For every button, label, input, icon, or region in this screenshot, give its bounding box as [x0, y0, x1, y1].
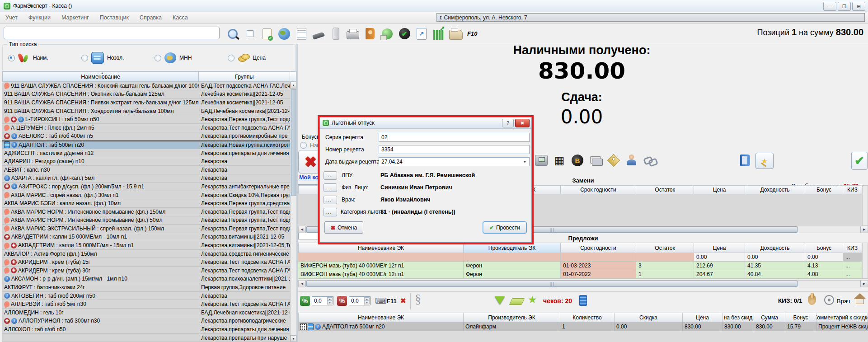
table-row[interactable]: АКВА МАРИС НОРМ : Интенсивное промывание… — [2, 208, 291, 216]
checkbox-icon[interactable] — [243, 27, 257, 41]
internet-globe-icon[interactable] — [277, 27, 291, 41]
clipboard-check-icon[interactable] — [260, 27, 274, 41]
table-row[interactable]: АЛЛЕРВЭЙ : таб п/об 5мг n30Лекарства,Тес… — [2, 300, 291, 309]
payment-terminal-icon[interactable] — [535, 154, 548, 167]
table-row[interactable]: АЕВИТ : капс. n30Лекарства — [2, 166, 291, 174]
column-header[interactable]: КИЗ — [843, 185, 862, 194]
menu-item-учет[interactable]: Учет — [0, 12, 23, 23]
spin-down-icon[interactable]: ▼ — [327, 301, 333, 305]
column-header[interactable]: Цена — [694, 243, 745, 253]
qr-code-icon[interactable]: ▦ — [553, 154, 566, 167]
recipe-serial-input[interactable]: 02 — [379, 133, 530, 142]
column-header[interactable]: Доходность — [745, 243, 805, 253]
menu-item-поставщик[interactable]: Поставщик — [94, 12, 134, 23]
scroll-left-icon[interactable]: ◀ — [299, 226, 306, 233]
spin-up-icon[interactable]: ▲ — [327, 297, 333, 301]
recipe-date-combobox[interactable]: 27.04.24 ▼ — [379, 157, 530, 166]
table-row[interactable]: 911 ВАША СЛУЖБА СПАСЕНИЯ : Хондроитин ге… — [2, 107, 291, 116]
predlozhi-vscrollbar[interactable] — [862, 243, 868, 279]
column-header[interactable]: Цена — [694, 185, 745, 194]
doctor-browse-button[interactable]: ... — [324, 196, 337, 204]
add-client-icon[interactable] — [625, 154, 638, 167]
search-type-option[interactable]: МНН — [149, 52, 222, 63]
add-item-arrow-icon[interactable] — [495, 296, 505, 305]
dialog-help-button[interactable]: ? — [502, 119, 514, 127]
corkscrew-icon[interactable]: § — [415, 292, 421, 306]
house-icon[interactable] — [854, 293, 866, 302]
zameni-vscrollbar[interactable] — [862, 185, 868, 226]
table-row[interactable]: ✚iL-ТИРОКСИН : таб 50мкг n50Лекарства,Пе… — [2, 115, 291, 124]
category-browse-button[interactable]: ... — [324, 208, 337, 216]
notes-icon[interactable] — [294, 27, 309, 41]
offer-row[interactable]: 0.000.000.00... — [298, 253, 862, 262]
printer-icon[interactable] — [346, 27, 360, 41]
table-row[interactable]: АКВАЛОР : Актив Форте (фл.) 150млЛекарст… — [2, 250, 291, 258]
magic-wand-button[interactable]: ★ — [755, 153, 774, 169]
cancel-button[interactable]: ✖ Отмена — [324, 221, 363, 234]
table-row[interactable]: АДИАРИН : Регидро (саше) n10Лекарства — [2, 157, 291, 166]
search-icon[interactable] — [225, 27, 240, 41]
table-row[interactable]: ✚iАВЕЛОКС : таб п/об 400мг n5Лекарства,п… — [2, 132, 291, 141]
receipt-list-icon[interactable] — [579, 295, 587, 306]
radio-icon[interactable] — [81, 55, 88, 61]
scroll-down-icon[interactable]: ▼ — [291, 335, 296, 342]
table-row[interactable]: iАКСАМОН : р-р д/ин. (амп.) 15мг/мл - 1м… — [2, 275, 291, 284]
table-row[interactable]: iАКТОВЕГИН : таб п/об 200мг n50Лекарства — [2, 292, 291, 300]
menu-item-справка[interactable]: Справка — [134, 12, 167, 23]
scroll-left-icon[interactable]: ◀ — [299, 281, 306, 287]
dialog-close-button[interactable]: ✖ — [515, 119, 530, 127]
search-type-option[interactable]: Цена — [222, 52, 296, 63]
column-header[interactable]: Остаток — [636, 243, 694, 253]
radio-icon[interactable] — [155, 55, 161, 61]
table-row[interactable]: ✚АКРИДЕРМ : крем (туба) 30гЛекарства,Тес… — [2, 267, 291, 275]
power-check-icon[interactable]: ✔ — [397, 27, 412, 41]
column-header[interactable]: Цена — [683, 313, 723, 322]
recipe-number-input[interactable]: 3354 — [379, 145, 530, 154]
stethoscope-icon[interactable] — [824, 295, 834, 305]
search-type-option[interactable]: Наим. — [3, 52, 76, 63]
table-row[interactable]: АКВА МАРИС НОРМ : Интенсивное промывание… — [2, 216, 291, 225]
column-header-group[interactable]: Группы — [199, 71, 290, 82]
price-tag-icon[interactable] — [607, 154, 620, 167]
column-header[interactable]: Комментарий к скидке — [816, 313, 868, 322]
document-chart-icon[interactable]: ↗ — [414, 27, 429, 41]
notebook-icon[interactable] — [740, 155, 750, 166]
spin-up-icon[interactable]: ▲ — [364, 297, 370, 301]
column-header[interactable]: КИЗ — [843, 243, 862, 253]
cash-register-icon[interactable] — [449, 27, 463, 41]
bottle-icon[interactable] — [328, 27, 343, 41]
column-header[interactable]: Производитель ЭК — [464, 313, 560, 322]
column-header[interactable]: Срок годности — [561, 243, 636, 253]
bitcoin-icon[interactable]: B — [571, 154, 584, 167]
statistics-icon[interactable] — [432, 27, 446, 41]
table-row[interactable]: 911 ВАША СЛУЖБА СПАСЕНИЯ : Окопник гель-… — [2, 90, 291, 99]
menu-item-касса[interactable]: Касса — [167, 12, 193, 23]
table-row[interactable]: АКВА МАРИС ЭКСТРАСИЛЬНЫЙ : спрей назал. … — [2, 225, 291, 233]
radio-icon[interactable] — [8, 55, 15, 61]
column-header[interactable]: Бонус — [805, 185, 843, 194]
column-header[interactable]: Бонус — [785, 313, 816, 322]
table-row[interactable]: АКТИФРУТ : батончик-злаки 24гПервая груп… — [2, 283, 291, 292]
column-header[interactable]: Остаток — [636, 185, 694, 194]
discount1-spinner[interactable]: 0,0 ▲▼ — [312, 296, 333, 305]
confirm-check-button[interactable]: ✔ — [851, 152, 868, 170]
chevron-down-icon[interactable]: ▼ — [521, 159, 528, 165]
column-header[interactable]: на без скид — [723, 313, 754, 322]
person-browse-button[interactable]: ... — [324, 183, 337, 192]
table-row[interactable]: iАДАПТОЛ : таб 500мг n20Лекарства,Новая … — [2, 141, 291, 149]
restore-button[interactable]: ❐ — [838, 2, 851, 11]
table-row[interactable]: ✚АКВАДЕТРИМ : капли 15 000МЕ/мл - 10мл n… — [2, 233, 291, 242]
table-row[interactable]: АЛЛОМЕДИН : гель 10гБАД,Лечебная космети… — [2, 309, 291, 317]
search-input[interactable] — [4, 27, 220, 39]
offer-row[interactable]: ВИФЕРОН мазь (туба) 40 000МЕ/г 12г n1Фер… — [298, 270, 862, 279]
table-row[interactable]: 911 ВАША СЛУЖБА СПАСЕНИЯ : Конский кашта… — [2, 82, 291, 90]
table-row[interactable]: А-ЦЕРУМЕН : Плюс (фл.) 2мл n5Лекарства,Т… — [2, 124, 291, 132]
table-row[interactable]: ✚АКРИДЕРМ : крем (туба) 15гЛекарства,Тес… — [2, 258, 291, 267]
product-table-scrollbar[interactable]: ▲ ▼ — [290, 82, 296, 342]
table-row[interactable]: АДЖИСЕПТ : пастилки д/детей n12Лекарства… — [2, 149, 291, 158]
dialog-title-bar[interactable]: Льготный отпуск ? ✖ — [320, 117, 531, 129]
keyboard-icon[interactable]: ⌨ — [375, 296, 387, 306]
column-header[interactable]: Скидка — [615, 313, 683, 322]
receipt-row[interactable]: iАДАПТОЛ таб 500мг n20Олайнфарм10.00830.… — [298, 322, 868, 332]
grid-button[interactable]: ⊞ — [852, 2, 865, 11]
